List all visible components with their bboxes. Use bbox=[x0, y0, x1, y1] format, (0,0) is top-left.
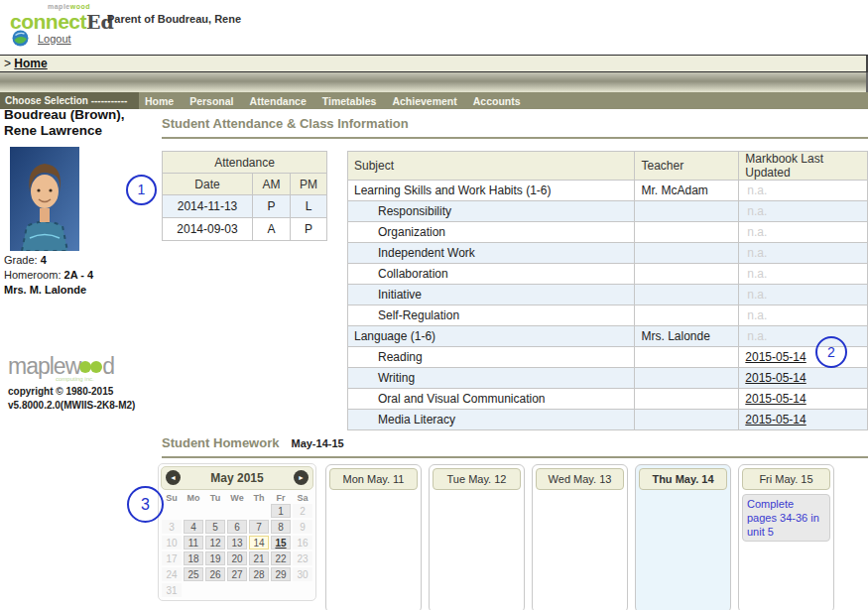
subject-row: Collaborationn.a. bbox=[348, 264, 868, 285]
markbook-updated-cell: 2015-05-14 bbox=[739, 347, 868, 368]
breadcrumb: > Home bbox=[0, 55, 868, 72]
maplewood-logo-dot-icon bbox=[90, 361, 102, 373]
homework-day-column: Thu May. 14 bbox=[635, 464, 731, 610]
homework-note-link[interactable]: Complete pages 34-36 in unit 5 bbox=[742, 494, 830, 542]
subject-name-cell: Writing bbox=[348, 368, 635, 389]
markbook-na-value: n.a. bbox=[745, 267, 767, 281]
subject-row: Writing2015-05-14 bbox=[348, 368, 868, 389]
subject-teacher-cell: Mrs. Lalonde bbox=[635, 326, 739, 347]
breadcrumb-prefix: > bbox=[4, 57, 11, 70]
calendar-day-20[interactable]: 20 bbox=[227, 551, 247, 565]
calendar-week-row: 12 bbox=[161, 503, 313, 519]
subject-teacher-cell bbox=[635, 368, 739, 389]
calendar-day-23: 23 bbox=[293, 551, 312, 565]
parent-of-label: Parent of Boudreau, Rene bbox=[107, 13, 241, 25]
calendar-day-3: 3 bbox=[162, 520, 182, 534]
calendar-day-30: 30 bbox=[293, 567, 312, 581]
calendar-day-25[interactable]: 25 bbox=[184, 567, 203, 581]
attendance-am-cell: P bbox=[253, 195, 291, 218]
markbook-date-link[interactable]: 2015-05-14 bbox=[745, 392, 806, 406]
markbook-date-link[interactable]: 2015-05-14 bbox=[745, 350, 806, 364]
calendar-day-15[interactable]: 15 bbox=[271, 536, 291, 549]
homework-day-column: Wed May. 13 bbox=[532, 464, 628, 610]
calendar-grid: 1234567891011121314151617181920212223242… bbox=[161, 503, 313, 598]
calendar-day-27[interactable]: 27 bbox=[227, 567, 247, 581]
attendance-table-body: 2014-11-13PL2014-09-03AP bbox=[163, 195, 327, 241]
markbook-date-link[interactable]: 2015-05-14 bbox=[745, 413, 806, 427]
calendar-day-8[interactable]: 8 bbox=[271, 520, 291, 534]
subject-name-cell: Language (1-6) bbox=[348, 326, 635, 347]
calendar-dow-label: Sa bbox=[293, 493, 312, 503]
subject-col-header: Subject bbox=[348, 152, 635, 181]
homework-day-header[interactable]: Mon May. 11 bbox=[329, 468, 418, 490]
homework-day-header[interactable]: Wed May. 13 bbox=[536, 468, 624, 490]
subject-teacher-cell bbox=[635, 389, 739, 410]
markbook-updated-cell: n.a. bbox=[739, 305, 868, 326]
nav-item-accounts[interactable]: Accounts bbox=[473, 95, 521, 109]
calendar-day-14[interactable]: 14 bbox=[249, 536, 269, 549]
homework-day-header[interactable]: Fri May. 15 bbox=[742, 468, 830, 490]
homeroom-line: Homeroom: 2A - 4 bbox=[4, 268, 93, 283]
calendar-day-16: 16 bbox=[293, 536, 312, 549]
homework-day-column: Mon May. 11 bbox=[325, 464, 422, 610]
calendar-day-11[interactable]: 11 bbox=[184, 536, 203, 549]
student-name-line2: Rene Lawrence bbox=[4, 123, 102, 138]
attendance-col-header: PM bbox=[291, 174, 327, 195]
markbook-updated-cell: n.a. bbox=[739, 243, 868, 264]
breadcrumb-home-link[interactable]: Home bbox=[14, 57, 47, 70]
markbook-updated-cell: 2015-05-14 bbox=[739, 410, 868, 430]
markbook-na-value: n.a. bbox=[745, 225, 767, 239]
subject-teacher-cell bbox=[635, 201, 739, 222]
calendar-day-21[interactable]: 21 bbox=[249, 551, 269, 565]
subject-row: Organizationn.a. bbox=[348, 222, 868, 243]
markbook-updated-cell: n.a. bbox=[739, 264, 868, 285]
attendance-row: 2014-11-13PL bbox=[163, 195, 327, 218]
calendar-day-1[interactable]: 1 bbox=[271, 504, 291, 518]
calendar-day-19[interactable]: 19 bbox=[205, 551, 225, 565]
calendar-next-icon[interactable]: ► bbox=[294, 470, 309, 485]
subject-col-header: Markbook Last Updated bbox=[739, 152, 868, 181]
subject-row: Oral and Visual Communication2015-05-14 bbox=[348, 389, 868, 410]
nav-item-achievement[interactable]: Achievement bbox=[392, 95, 456, 109]
logout-link[interactable]: Logout bbox=[38, 33, 71, 45]
parent-portal-page: maplewood connectEd Parent of Boudreau, … bbox=[0, 0, 868, 610]
copyright-text: copyright © 1980-2015 bbox=[8, 386, 113, 397]
nav-item-personal[interactable]: Personal bbox=[189, 95, 233, 109]
calendar-prev-icon[interactable]: ◄ bbox=[166, 470, 181, 485]
globe-icon bbox=[12, 30, 30, 47]
calendar-day-12[interactable]: 12 bbox=[205, 536, 225, 549]
subject-name-cell: Independent Work bbox=[348, 243, 635, 264]
markbook-updated-cell: n.a. bbox=[739, 222, 868, 243]
markbook-updated-cell: n.a. bbox=[739, 285, 868, 305]
calendar-day-4[interactable]: 4 bbox=[184, 520, 203, 534]
annotation-circle-2: 2 bbox=[815, 336, 847, 368]
homework-section-title: Student Homework bbox=[162, 435, 279, 450]
subject-row: Learning Skills and Work Habits (1-6)Mr.… bbox=[348, 181, 868, 201]
calendar-day-18[interactable]: 18 bbox=[184, 551, 203, 565]
subject-teacher-cell bbox=[635, 285, 739, 305]
calendar-dow-label: Fr bbox=[271, 493, 291, 503]
grade-label: Grade: bbox=[4, 254, 38, 266]
nav-item-timetables[interactable]: Timetables bbox=[322, 95, 377, 109]
calendar-day-29[interactable]: 29 bbox=[271, 567, 291, 581]
homework-day-header[interactable]: Thu May. 14 bbox=[639, 468, 727, 490]
calendar-day-17: 17 bbox=[162, 551, 182, 565]
calendar-day-26[interactable]: 26 bbox=[205, 567, 225, 581]
calendar-day-7[interactable]: 7 bbox=[249, 520, 269, 534]
student-photo bbox=[10, 147, 79, 251]
attendance-pm-cell: P bbox=[291, 218, 327, 241]
calendar-dow-row: SuMoTuWeThFrSa bbox=[161, 493, 313, 503]
calendar-day-13[interactable]: 13 bbox=[227, 536, 247, 549]
subject-table: SubjectTeacherMarkbook Last Updated Lear… bbox=[347, 151, 868, 430]
homeroom-label: Homeroom: bbox=[4, 269, 61, 281]
markbook-na-value: n.a. bbox=[745, 329, 767, 343]
homework-day-columns: Mon May. 11Tue May. 12Wed May. 13Thu May… bbox=[325, 464, 834, 610]
homework-day-header[interactable]: Tue May. 12 bbox=[433, 468, 521, 490]
calendar-day-22[interactable]: 22 bbox=[271, 551, 291, 565]
calendar-day-5[interactable]: 5 bbox=[205, 520, 225, 534]
calendar-day-28[interactable]: 28 bbox=[249, 567, 269, 581]
calendar-day-6[interactable]: 6 bbox=[227, 520, 247, 534]
nav-item-attendance[interactable]: Attendance bbox=[250, 95, 307, 109]
markbook-date-link[interactable]: 2015-05-14 bbox=[745, 371, 806, 385]
markbook-updated-cell: 2015-05-14 bbox=[739, 389, 868, 410]
